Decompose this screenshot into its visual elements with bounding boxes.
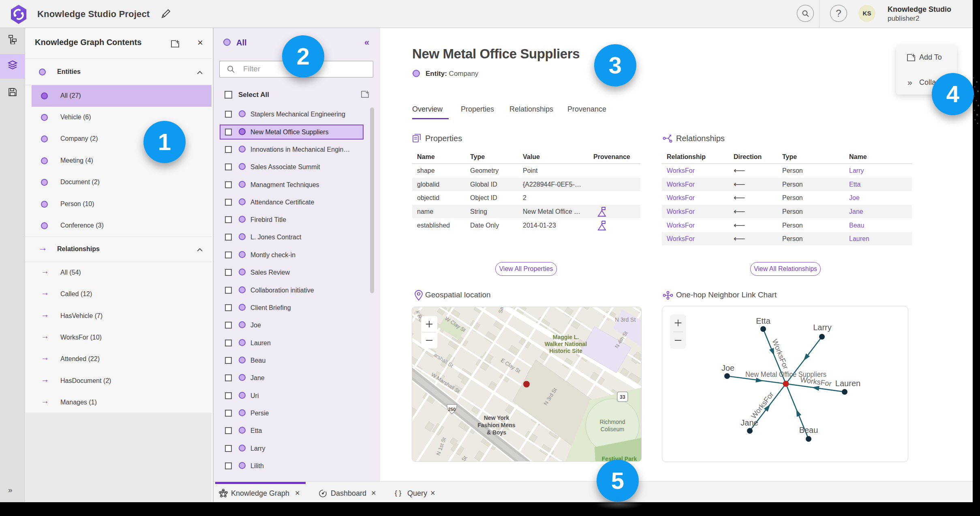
svg-text:Beau: Beau xyxy=(799,426,818,434)
svg-text:Historic Site: Historic Site xyxy=(549,348,582,354)
svg-text:Walker National: Walker National xyxy=(545,341,587,347)
svg-text:250: 250 xyxy=(448,407,456,412)
svg-text:Lauren: Lauren xyxy=(835,379,860,388)
svg-text:& Boys: & Boys xyxy=(487,429,506,436)
svg-text:Joe: Joe xyxy=(721,363,734,372)
svg-text:WorksFor: WorksFor xyxy=(749,390,775,420)
svg-text:Richmond: Richmond xyxy=(599,419,625,425)
svg-text:N 3rd St: N 3rd St xyxy=(615,316,636,323)
svg-text:Etta: Etta xyxy=(756,316,770,325)
svg-text:Maggie L.: Maggie L. xyxy=(553,334,579,340)
svg-text:Larry: Larry xyxy=(813,323,832,332)
svg-text:Fashion Mens: Fashion Mens xyxy=(477,422,516,428)
svg-text:33: 33 xyxy=(620,394,625,400)
svg-text:New York: New York xyxy=(484,415,509,421)
svg-text:Coliseum: Coliseum xyxy=(601,426,624,432)
svg-text:New Metal Office Suppliers: New Metal Office Suppliers xyxy=(745,370,826,378)
